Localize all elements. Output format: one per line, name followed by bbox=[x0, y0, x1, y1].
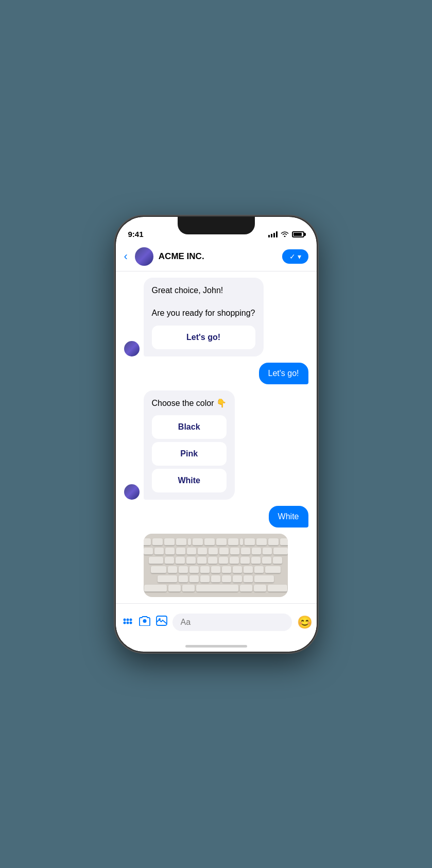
bot-bubble-1: Great choice, John! Are you ready for sh… bbox=[144, 278, 264, 356]
chat-header: ‹ ACME INC. ✓ ▾ bbox=[116, 243, 317, 271]
bot-text-2: Choose the color 👇 bbox=[152, 398, 227, 409]
user-text-2: White bbox=[278, 512, 299, 521]
svg-point-1 bbox=[126, 618, 129, 621]
home-indicator bbox=[116, 641, 317, 652]
dots-icon[interactable] bbox=[122, 616, 133, 629]
user-message-1: Let's go! bbox=[124, 363, 308, 384]
user-text-1: Let's go! bbox=[268, 369, 299, 378]
key-row-asdf bbox=[151, 566, 281, 573]
contact-name: ACME INC. bbox=[159, 251, 277, 262]
emoji-icon[interactable]: 😊 bbox=[297, 615, 313, 629]
user-message-2: White bbox=[124, 506, 308, 527]
key-row-numbers bbox=[144, 548, 288, 555]
option-pink[interactable]: Pink bbox=[152, 442, 227, 466]
option-white[interactable]: White bbox=[152, 469, 227, 492]
status-icons bbox=[268, 230, 304, 239]
camera-icon[interactable] bbox=[139, 616, 151, 629]
dropdown-icon: ▾ bbox=[298, 252, 301, 261]
user-bubble-1: Let's go! bbox=[259, 363, 308, 384]
checkmark-icon: ✓ bbox=[289, 252, 296, 261]
back-button[interactable]: ‹ bbox=[124, 250, 128, 263]
keyboard-visual bbox=[144, 534, 288, 597]
phone-frame: 9:41 bbox=[116, 217, 317, 652]
bot-text-1: Great choice, John! Are you ready for sh… bbox=[152, 285, 255, 319]
key-row-fn bbox=[144, 538, 288, 546]
svg-point-0 bbox=[123, 618, 126, 621]
bot-message-2: Choose the color 👇 Black Pink White bbox=[124, 390, 308, 500]
svg-point-2 bbox=[129, 618, 132, 621]
key-row-qwerty bbox=[149, 557, 282, 564]
keyboard-image bbox=[144, 534, 288, 597]
chat-area: Great choice, John! Are you ready for sh… bbox=[116, 271, 317, 603]
bot-bubble-2: Choose the color 👇 Black Pink White bbox=[144, 390, 235, 500]
svg-point-3 bbox=[123, 621, 126, 624]
home-bar bbox=[185, 645, 247, 648]
key-row-space bbox=[144, 585, 287, 592]
contact-avatar bbox=[135, 247, 153, 266]
option-black[interactable]: Black bbox=[152, 415, 227, 439]
wifi-icon bbox=[281, 230, 289, 239]
message-input[interactable] bbox=[172, 614, 292, 631]
action-button[interactable]: ✓ ▾ bbox=[282, 249, 308, 264]
signal-icon bbox=[268, 231, 278, 237]
svg-point-4 bbox=[126, 621, 129, 624]
option-lets-go[interactable]: Let's go! bbox=[152, 326, 255, 349]
bot-avatar-1 bbox=[124, 341, 140, 356]
key-row-zxcv bbox=[158, 575, 274, 583]
phone-screen: 9:41 bbox=[116, 217, 317, 652]
notch bbox=[178, 217, 255, 234]
svg-point-5 bbox=[129, 621, 132, 624]
user-bubble-2: White bbox=[269, 506, 308, 527]
photo-icon[interactable] bbox=[156, 616, 167, 629]
battery-icon bbox=[292, 231, 304, 237]
status-time: 9:41 bbox=[128, 230, 144, 239]
bot-message-1: Great choice, John! Are you ready for sh… bbox=[124, 278, 308, 356]
input-bar: 😊 👍 bbox=[116, 603, 317, 641]
bot-avatar-2 bbox=[124, 484, 140, 500]
